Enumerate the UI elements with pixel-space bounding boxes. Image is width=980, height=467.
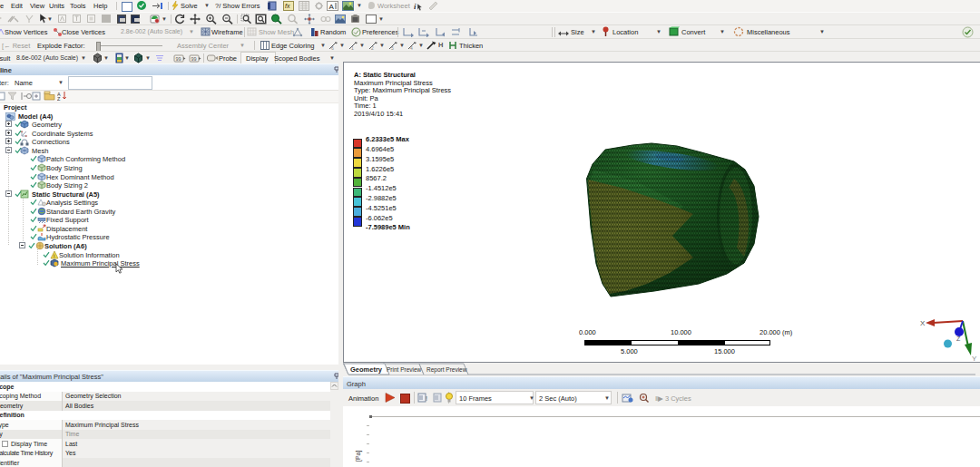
svg-text:X: X: [920, 319, 926, 327]
svg-text:2: 2: [371, 45, 374, 50]
svg-text:6: 6: [331, 45, 334, 50]
svg-text:Z: Z: [57, 96, 61, 101]
svg-text:fx: fx: [285, 3, 290, 9]
svg-text:99: 99: [191, 56, 197, 62]
svg-text:5: 5: [391, 45, 394, 50]
svg-text:A: A: [329, 3, 335, 11]
svg-text:i: i: [414, 2, 416, 11]
svg-text:4: 4: [410, 45, 413, 50]
svg-text:Z: Z: [956, 336, 961, 342]
svg-text:i: i: [54, 253, 54, 258]
svg-text:!: !: [426, 395, 427, 402]
svg-text:1: 1: [351, 45, 354, 50]
svg-text:Y: Y: [972, 355, 977, 363]
svg-text:99: 99: [176, 56, 181, 62]
